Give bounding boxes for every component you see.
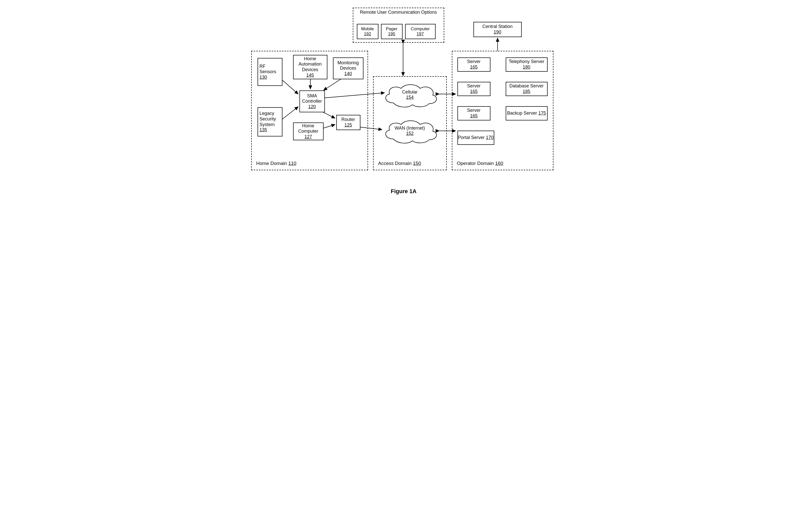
server1-ref: 165	[470, 64, 477, 70]
database-label: Database Server	[509, 83, 543, 88]
remote-panel-title: Remote User Communication Options	[353, 10, 444, 15]
box-backup-server: Backup Server 175	[506, 106, 548, 120]
telephony-wrapper: Telephony Server 180	[506, 59, 547, 70]
access-domain-panel: Cellular 154 WAN (Internet) 152 Access D…	[373, 76, 447, 170]
sma-ref: 120	[308, 104, 316, 110]
operator-domain-panel: Server 165 Server 165 Server 165 Portal …	[452, 51, 553, 170]
operator-domain-label: Operator Domain 160	[457, 161, 503, 166]
box-legacy-security: Legacy Security System 135	[258, 107, 282, 136]
server2-label: Server	[467, 83, 480, 89]
home-automation-ref: 145	[306, 73, 314, 78]
server3-label: Server	[467, 108, 480, 113]
portal-ref: 170	[486, 135, 493, 140]
server1-label: Server	[467, 59, 480, 64]
remote-computer-ref: 197	[416, 31, 424, 36]
monitoring-ref: 140	[344, 71, 352, 77]
legacy-label: Legacy Security System	[260, 111, 282, 127]
box-rf-sensors: RF Sensors 130	[258, 58, 282, 86]
operator-domain-text: Operator Domain	[457, 161, 495, 166]
cloud-wan-shape	[381, 117, 439, 145]
home-domain-ref: 110	[288, 161, 296, 166]
central-station-ref: 190	[493, 29, 501, 35]
backup-wrapper: Backup Server 175	[507, 110, 546, 116]
server2-ref: 165	[470, 89, 477, 94]
box-server-1: Server 165	[457, 57, 490, 72]
legacy-ref: 135	[260, 127, 267, 133]
box-database-server: Database Server 185	[506, 82, 548, 96]
cloud-cellular-shape	[381, 81, 439, 109]
router-ref: 125	[344, 122, 352, 128]
pager-ref: 195	[388, 31, 395, 36]
mobile-label: Mobile	[361, 27, 374, 31]
home-computer-label: Home Computer	[294, 123, 323, 134]
home-automation-label: Home Automation Devices	[294, 56, 327, 73]
monitoring-label: Monitoring Devices	[334, 60, 363, 71]
telephony-label: Telephony Server	[509, 59, 544, 64]
sma-label: SMA Controller	[300, 93, 324, 104]
box-telephony-server: Telephony Server 180	[506, 57, 548, 72]
rf-sensors-ref: 130	[260, 75, 267, 80]
mobile-ref: 192	[364, 31, 371, 36]
figure-caption: Figure 1A	[391, 188, 416, 195]
box-home-automation: Home Automation Devices 145	[293, 55, 327, 79]
database-wrapper: Database Server 185	[506, 83, 547, 94]
box-monitoring: Monitoring Devices 140	[333, 57, 364, 79]
remote-computer-label: Computer	[411, 27, 430, 31]
backup-ref: 175	[538, 110, 546, 116]
telephony-ref: 180	[523, 64, 530, 70]
box-server-3: Server 165	[457, 106, 490, 120]
box-router: Router 125	[336, 115, 361, 130]
server3-ref: 165	[470, 113, 477, 119]
backup-label: Backup Server	[507, 110, 538, 116]
box-sma-controller: SMA Controller 120	[300, 90, 325, 112]
box-central-station: Central Station 190	[473, 22, 522, 37]
rf-sensors-label: RF Sensors	[260, 64, 282, 75]
portal-wrapper: Portal Server 170	[458, 135, 493, 140]
pager-label: Pager	[386, 27, 397, 31]
box-remote-computer: Computer 197	[405, 24, 435, 39]
portal-label: Portal Server	[458, 135, 486, 140]
router-label: Router	[341, 117, 355, 122]
box-pager: Pager 195	[381, 24, 402, 39]
home-domain-label: Home Domain 110	[256, 161, 296, 166]
access-domain-label: Access Domain 150	[378, 161, 421, 166]
remote-panel: Remote User Communication Options Mobile…	[353, 7, 444, 43]
home-computer-ref: 127	[304, 134, 312, 140]
access-domain-text: Access Domain	[378, 161, 413, 166]
home-domain-panel: RF Sensors 130 Home Automation Devices 1…	[251, 51, 368, 170]
diagram-stage: Remote User Communication Options Mobile…	[244, 0, 569, 210]
box-home-computer: Home Computer 127	[293, 122, 324, 140]
access-domain-ref: 150	[413, 161, 421, 166]
operator-domain-ref: 160	[495, 161, 503, 166]
database-ref: 185	[523, 89, 530, 94]
central-station-label: Central Station	[482, 24, 512, 29]
box-mobile: Mobile 192	[357, 24, 379, 39]
home-domain-text: Home Domain	[256, 161, 289, 166]
box-portal-server: Portal Server 170	[457, 131, 494, 145]
box-server-2: Server 165	[457, 82, 490, 96]
